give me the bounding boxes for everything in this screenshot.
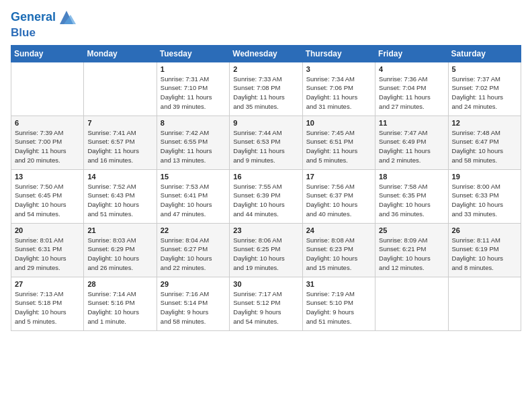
calendar-cell: 29Sunrise: 7:16 AM Sunset: 5:14 PM Dayli…: [157, 277, 229, 330]
day-number: 24: [306, 226, 371, 234]
calendar-cell: 19Sunrise: 8:00 AM Sunset: 6:33 PM Dayli…: [448, 169, 521, 223]
day-number: 11: [379, 119, 444, 127]
day-number: 29: [161, 280, 226, 288]
day-info: Sunrise: 7:53 AM Sunset: 6:41 PM Dayligh…: [161, 182, 226, 219]
day-number: 6: [15, 119, 80, 127]
calendar-cell: 3Sunrise: 7:34 AM Sunset: 7:06 PM Daylig…: [302, 62, 375, 116]
calendar-cell: 2Sunrise: 7:33 AM Sunset: 7:08 PM Daylig…: [230, 62, 302, 116]
logo-text-general: General: [11, 11, 56, 24]
calendar-week-3: 13Sunrise: 7:50 AM Sunset: 6:45 PM Dayli…: [11, 169, 521, 223]
weekday-header-monday: Monday: [84, 45, 157, 62]
calendar-cell: 4Sunrise: 7:36 AM Sunset: 7:04 PM Daylig…: [375, 62, 448, 116]
calendar-week-1: 1Sunrise: 7:31 AM Sunset: 7:10 PM Daylig…: [11, 62, 521, 116]
day-info: Sunrise: 7:56 AM Sunset: 6:37 PM Dayligh…: [306, 182, 371, 219]
calendar-cell: 12Sunrise: 7:48 AM Sunset: 6:47 PM Dayli…: [448, 116, 521, 169]
day-info: Sunrise: 7:34 AM Sunset: 7:06 PM Dayligh…: [306, 75, 371, 111]
day-number: 19: [452, 173, 517, 181]
calendar-cell: [84, 62, 157, 116]
day-number: 26: [452, 226, 517, 234]
calendar-cell: 15Sunrise: 7:53 AM Sunset: 6:41 PM Dayli…: [157, 169, 229, 223]
day-number: 25: [379, 226, 444, 234]
day-number: 31: [306, 280, 371, 288]
day-info: Sunrise: 7:58 AM Sunset: 6:35 PM Dayligh…: [379, 182, 444, 219]
calendar-week-2: 6Sunrise: 7:39 AM Sunset: 7:00 PM Daylig…: [11, 116, 521, 169]
calendar-cell: 13Sunrise: 7:50 AM Sunset: 6:45 PM Dayli…: [11, 169, 84, 223]
calendar-cell: 23Sunrise: 8:06 AM Sunset: 6:25 PM Dayli…: [230, 223, 302, 277]
day-info: Sunrise: 7:47 AM Sunset: 6:49 PM Dayligh…: [379, 128, 444, 165]
day-info: Sunrise: 7:52 AM Sunset: 6:43 PM Dayligh…: [87, 182, 152, 219]
logo: General Blue: [11, 8, 76, 40]
calendar-cell: 11Sunrise: 7:47 AM Sunset: 6:49 PM Dayli…: [375, 116, 448, 169]
day-number: 7: [87, 119, 152, 127]
calendar-cell: 8Sunrise: 7:42 AM Sunset: 6:55 PM Daylig…: [157, 116, 229, 169]
calendar-cell: 9Sunrise: 7:44 AM Sunset: 6:53 PM Daylig…: [230, 116, 302, 169]
day-number: 21: [87, 226, 152, 234]
day-number: 4: [379, 65, 444, 73]
day-info: Sunrise: 8:11 AM Sunset: 6:19 PM Dayligh…: [452, 236, 517, 273]
calendar-cell: [448, 277, 521, 330]
calendar-cell: 6Sunrise: 7:39 AM Sunset: 7:00 PM Daylig…: [11, 116, 84, 169]
calendar-cell: 14Sunrise: 7:52 AM Sunset: 6:43 PM Dayli…: [84, 169, 157, 223]
day-info: Sunrise: 7:48 AM Sunset: 6:47 PM Dayligh…: [452, 128, 517, 165]
calendar-cell: 24Sunrise: 8:08 AM Sunset: 6:23 PM Dayli…: [302, 223, 375, 277]
day-info: Sunrise: 7:16 AM Sunset: 5:14 PM Dayligh…: [161, 289, 226, 326]
day-info: Sunrise: 7:41 AM Sunset: 6:57 PM Dayligh…: [87, 128, 152, 165]
day-info: Sunrise: 7:55 AM Sunset: 6:39 PM Dayligh…: [233, 182, 298, 219]
calendar-cell: 5Sunrise: 7:37 AM Sunset: 7:02 PM Daylig…: [448, 62, 521, 116]
calendar-cell: 16Sunrise: 7:55 AM Sunset: 6:39 PM Dayli…: [230, 169, 302, 223]
day-info: Sunrise: 8:09 AM Sunset: 6:21 PM Dayligh…: [379, 236, 444, 273]
day-info: Sunrise: 7:42 AM Sunset: 6:55 PM Dayligh…: [161, 128, 226, 165]
day-number: 20: [15, 226, 80, 234]
day-number: 30: [233, 280, 298, 288]
day-info: Sunrise: 8:01 AM Sunset: 6:31 PM Dayligh…: [15, 236, 80, 273]
weekday-header-tuesday: Tuesday: [157, 45, 229, 62]
day-info: Sunrise: 7:14 AM Sunset: 5:16 PM Dayligh…: [87, 289, 152, 326]
calendar-cell: 7Sunrise: 7:41 AM Sunset: 6:57 PM Daylig…: [84, 116, 157, 169]
logo-icon: [57, 8, 76, 27]
day-number: 22: [161, 226, 226, 234]
day-number: 9: [233, 119, 298, 127]
calendar-cell: [375, 277, 448, 330]
day-info: Sunrise: 7:37 AM Sunset: 7:02 PM Dayligh…: [452, 75, 517, 111]
day-number: 12: [452, 119, 517, 127]
day-info: Sunrise: 7:33 AM Sunset: 7:08 PM Dayligh…: [233, 75, 298, 111]
weekday-header-wednesday: Wednesday: [230, 45, 302, 62]
weekday-header-thursday: Thursday: [302, 45, 375, 62]
day-info: Sunrise: 7:39 AM Sunset: 7:00 PM Dayligh…: [15, 128, 80, 165]
day-number: 3: [306, 65, 371, 73]
page: General Blue SundayMondayTuesdayWednesda…: [0, 0, 532, 411]
day-number: 17: [306, 173, 371, 181]
day-number: 5: [452, 65, 517, 73]
calendar-cell: 17Sunrise: 7:56 AM Sunset: 6:37 PM Dayli…: [302, 169, 375, 223]
calendar-cell: 21Sunrise: 8:03 AM Sunset: 6:29 PM Dayli…: [84, 223, 157, 277]
calendar-cell: 27Sunrise: 7:13 AM Sunset: 5:18 PM Dayli…: [11, 277, 84, 330]
calendar-cell: 30Sunrise: 7:17 AM Sunset: 5:12 PM Dayli…: [230, 277, 302, 330]
day-info: Sunrise: 7:50 AM Sunset: 6:45 PM Dayligh…: [15, 182, 80, 219]
day-info: Sunrise: 7:19 AM Sunset: 5:10 PM Dayligh…: [306, 289, 371, 326]
day-info: Sunrise: 7:45 AM Sunset: 6:51 PM Dayligh…: [306, 128, 371, 165]
day-number: 10: [306, 119, 371, 127]
day-info: Sunrise: 7:31 AM Sunset: 7:10 PM Dayligh…: [161, 75, 226, 111]
day-number: 28: [87, 280, 152, 288]
calendar-header-row: SundayMondayTuesdayWednesdayThursdayFrid…: [11, 45, 521, 62]
day-info: Sunrise: 8:00 AM Sunset: 6:33 PM Dayligh…: [452, 182, 517, 219]
header: General Blue: [11, 8, 521, 40]
day-number: 14: [87, 173, 152, 181]
day-number: 1: [161, 65, 226, 73]
day-number: 13: [15, 173, 80, 181]
calendar-cell: 26Sunrise: 8:11 AM Sunset: 6:19 PM Dayli…: [448, 223, 521, 277]
calendar-cell: 22Sunrise: 8:04 AM Sunset: 6:27 PM Dayli…: [157, 223, 229, 277]
calendar-cell: 10Sunrise: 7:45 AM Sunset: 6:51 PM Dayli…: [302, 116, 375, 169]
calendar-cell: 25Sunrise: 8:09 AM Sunset: 6:21 PM Dayli…: [375, 223, 448, 277]
calendar-cell: [11, 62, 84, 116]
day-info: Sunrise: 7:13 AM Sunset: 5:18 PM Dayligh…: [15, 289, 80, 326]
day-info: Sunrise: 8:04 AM Sunset: 6:27 PM Dayligh…: [161, 236, 226, 273]
logo-text-blue: Blue: [11, 27, 36, 40]
weekday-header-saturday: Saturday: [448, 45, 521, 62]
weekday-header-friday: Friday: [375, 45, 448, 62]
calendar-cell: 20Sunrise: 8:01 AM Sunset: 6:31 PM Dayli…: [11, 223, 84, 277]
day-info: Sunrise: 7:36 AM Sunset: 7:04 PM Dayligh…: [379, 75, 444, 111]
calendar-table: SundayMondayTuesdayWednesdayThursdayFrid…: [11, 45, 521, 331]
day-number: 8: [161, 119, 226, 127]
day-number: 16: [233, 173, 298, 181]
